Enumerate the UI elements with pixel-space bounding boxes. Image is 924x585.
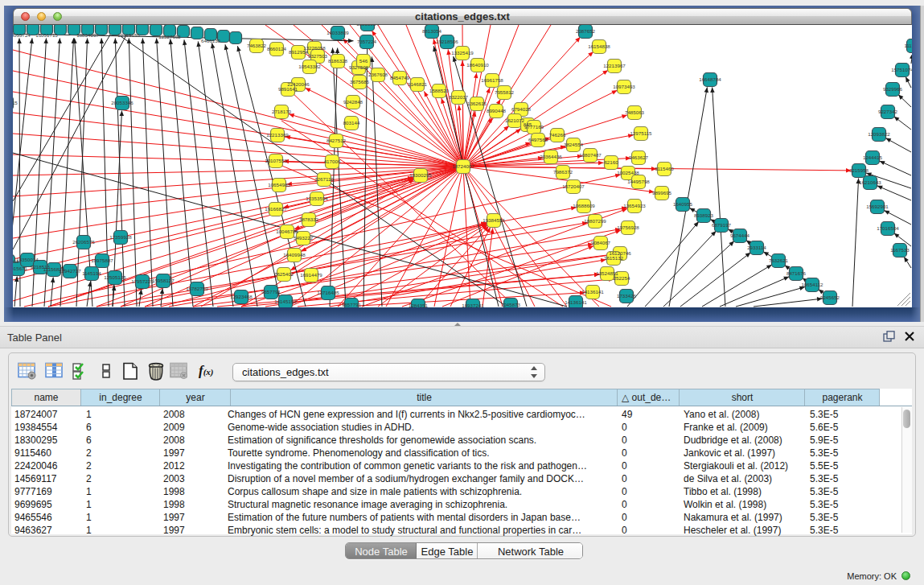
svg-text:1621072: 1621072 — [505, 117, 525, 123]
svg-text:12527602: 12527602 — [158, 34, 181, 39]
svg-text:7485063: 7485063 — [625, 109, 645, 115]
svg-text:20364436: 20364436 — [540, 154, 562, 159]
svg-text:546: 546 — [359, 58, 368, 64]
svg-text:13226058: 13226058 — [303, 45, 326, 51]
svg-text:10719155: 10719155 — [117, 32, 140, 38]
svg-text:62160: 62160 — [604, 159, 618, 165]
svg-text:252254: 252254 — [614, 275, 630, 281]
svg-text:7955812: 7955812 — [495, 89, 515, 95]
svg-text:6794028: 6794028 — [511, 106, 532, 112]
svg-text:9329966: 9329966 — [883, 86, 903, 92]
svg-text:9227342: 9227342 — [878, 109, 898, 114]
svg-text:17359928: 17359928 — [109, 234, 132, 240]
svg-text:9674444: 9674444 — [730, 233, 750, 238]
svg-text:8813054: 8813054 — [422, 28, 442, 34]
svg-text:9899695: 9899695 — [652, 190, 672, 196]
svg-text:7625402: 7625402 — [274, 271, 294, 277]
svg-text:15692901: 15692901 — [866, 204, 889, 209]
svg-text:6466130: 6466130 — [201, 38, 221, 43]
svg-text:12942737: 12942737 — [59, 268, 81, 274]
svg-text:12213967: 12213967 — [603, 63, 626, 68]
svg-text:16154838: 16154838 — [588, 43, 610, 49]
svg-text:8427512: 8427512 — [326, 138, 347, 143]
svg-text:8660124: 8660124 — [267, 46, 287, 51]
svg-text:417006: 417006 — [324, 159, 341, 164]
svg-text:10543382: 10543382 — [298, 64, 321, 69]
svg-text:13325419: 13325419 — [451, 50, 474, 56]
svg-text:14136141: 14136141 — [565, 299, 587, 305]
svg-text:18300295: 18300295 — [409, 172, 432, 178]
svg-text:8938923: 8938923 — [694, 212, 714, 218]
svg-text:10688609: 10688609 — [573, 203, 595, 208]
svg-text:1117234: 1117234 — [904, 43, 912, 48]
svg-text:12213369: 12213369 — [266, 132, 289, 138]
svg-text:8322037: 8322037 — [449, 94, 469, 100]
svg-text:7357224: 7357224 — [357, 39, 377, 44]
svg-text:10046786: 10046786 — [276, 229, 298, 234]
svg-text:10807487: 10807487 — [579, 152, 602, 158]
svg-text:803144: 803144 — [343, 120, 360, 126]
svg-text:13716485: 13716485 — [317, 290, 339, 295]
svg-text:12093822: 12093822 — [868, 131, 890, 137]
svg-text:18313054: 18313054 — [356, 25, 379, 27]
svg-text:6879197: 6879197 — [712, 222, 732, 228]
svg-text:9242848: 9242848 — [343, 99, 363, 105]
svg-text:3675685: 3675685 — [350, 79, 370, 84]
svg-text:9463627: 9463627 — [629, 154, 649, 160]
svg-text:9084067: 9084067 — [591, 240, 611, 245]
svg-text:2367608: 2367608 — [368, 72, 388, 77]
svg-text:8990448: 8990448 — [487, 108, 507, 113]
svg-text:18834097: 18834097 — [76, 32, 99, 38]
svg-text:12505135: 12505135 — [104, 274, 126, 280]
svg-text:18724007: 18724007 — [452, 163, 474, 169]
svg-text:1640955: 1640955 — [673, 201, 693, 207]
svg-text:8454749: 8454749 — [390, 75, 410, 80]
svg-text:9915671: 9915671 — [13, 266, 28, 271]
svg-text:17957225: 17957225 — [131, 278, 154, 284]
svg-text:1733426: 1733426 — [617, 293, 637, 299]
svg-text:1145194: 1145194 — [82, 270, 101, 276]
svg-text:6497568: 6497568 — [528, 137, 548, 142]
svg-text:10107553: 10107553 — [265, 158, 287, 163]
svg-text:7463822: 7463822 — [247, 43, 267, 48]
svg-text:9245652: 9245652 — [820, 295, 840, 300]
svg-text:20053346: 20053346 — [111, 100, 133, 105]
svg-text:2718170: 2718170 — [272, 109, 292, 114]
svg-text:16782759: 16782759 — [186, 286, 208, 291]
svg-text:2087652: 2087652 — [576, 28, 596, 34]
svg-text:3878332: 3878332 — [299, 216, 319, 222]
svg-text:16648784: 16648784 — [699, 76, 721, 82]
svg-text:16051715: 16051715 — [35, 32, 58, 38]
svg-text:15958127: 15958127 — [152, 278, 175, 283]
svg-text:9891641: 9891641 — [278, 86, 298, 92]
svg-text:1588520: 1588520 — [429, 88, 450, 93]
svg-text:26206576: 26206576 — [72, 239, 95, 245]
svg-text:19166827: 19166827 — [265, 206, 287, 212]
svg-text:15751074: 15751074 — [891, 67, 912, 72]
svg-text:12353594: 12353594 — [306, 196, 328, 201]
svg-text:18640910: 18640910 — [466, 62, 489, 68]
svg-text:16210643: 16210643 — [859, 179, 881, 185]
svg-text:18937241: 18937241 — [462, 303, 484, 307]
svg-text:3824554: 3824554 — [564, 142, 584, 147]
svg-text:10973493: 10973493 — [613, 84, 635, 89]
svg-text:12923468: 12923468 — [230, 294, 253, 299]
svg-text:9146821: 9146821 — [408, 81, 428, 87]
svg-text:13654923: 13654923 — [623, 203, 646, 208]
svg-text:19384554: 19384554 — [483, 217, 505, 223]
svg-text:2933114: 2933114 — [747, 245, 766, 250]
svg-text:16409948: 16409948 — [283, 252, 306, 257]
svg-text:1362615: 1362615 — [467, 101, 487, 106]
svg-text:19218506: 19218506 — [436, 39, 458, 44]
svg-text:19756928: 19756928 — [617, 225, 639, 230]
svg-text:16961758: 16961758 — [481, 77, 503, 83]
svg-text:1615132: 1615132 — [604, 255, 624, 261]
svg-text:16051715: 16051715 — [13, 100, 18, 105]
svg-text:9115460: 9115460 — [655, 166, 674, 171]
svg-text:746266: 746266 — [549, 132, 566, 138]
svg-text:9657791: 9657791 — [261, 289, 281, 295]
svg-text:10025438: 10025438 — [617, 170, 639, 175]
svg-text:14145193: 14145193 — [274, 299, 297, 304]
svg-text:16914479: 16914479 — [300, 272, 322, 278]
svg-text:14350014: 14350014 — [16, 257, 39, 262]
